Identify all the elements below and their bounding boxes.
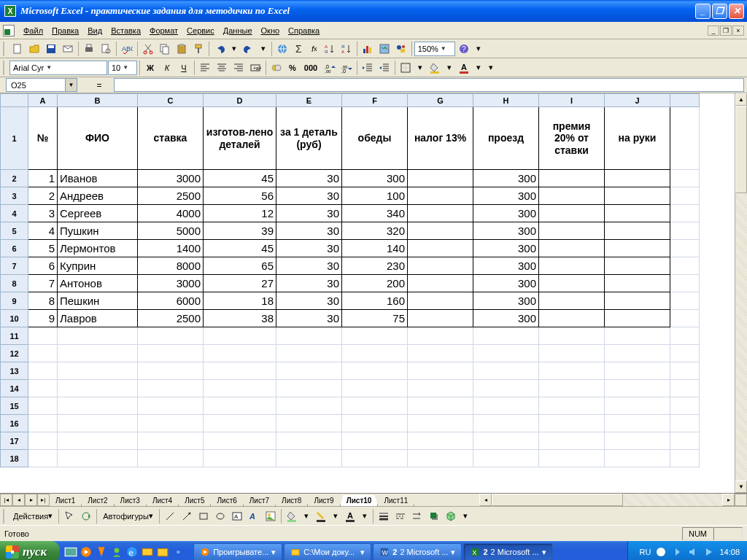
minimize-button[interactable]: _: [695, 4, 711, 19]
shadow-icon[interactable]: [426, 508, 442, 524]
underline-icon[interactable]: Ч: [176, 60, 192, 76]
cell[interactable]: [408, 432, 473, 450]
line-color-icon[interactable]: [313, 508, 329, 524]
mdi-minimize[interactable]: _: [708, 26, 719, 36]
cell[interactable]: [605, 327, 670, 345]
row-header-1[interactable]: 1: [1, 107, 28, 170]
cell[interactable]: [605, 275, 670, 292]
sheet-tab-Лист5[interactable]: Лист5: [178, 495, 211, 507]
copy-icon[interactable]: [157, 41, 173, 57]
cell[interactable]: [204, 362, 276, 380]
cell[interactable]: 2500: [138, 187, 204, 205]
cell[interactable]: 45: [204, 240, 276, 257]
toolbar-grip[interactable]: [3, 61, 7, 75]
cell[interactable]: 300: [473, 222, 539, 240]
font-color-draw-icon[interactable]: А: [342, 508, 358, 524]
cell[interactable]: [605, 187, 670, 205]
cell[interactable]: [408, 380, 473, 397]
row-header-7[interactable]: 7: [1, 257, 28, 275]
cell[interactable]: [408, 187, 473, 205]
cell[interactable]: [28, 397, 58, 415]
percent-icon[interactable]: %: [285, 60, 300, 76]
cell[interactable]: [28, 380, 58, 397]
taskbar-task[interactable]: X2 2 Microsoft ... ▾: [463, 543, 552, 560]
cell[interactable]: 300: [473, 292, 539, 310]
3d-icon[interactable]: [443, 508, 459, 524]
sheet-tab-Лист10[interactable]: Лист10: [340, 495, 379, 507]
redo-icon[interactable]: [241, 41, 257, 57]
sheet-tab-Лист6[interactable]: Лист6: [210, 495, 243, 507]
header-cell[interactable]: на руки: [605, 107, 670, 170]
cell[interactable]: [539, 327, 605, 345]
line-style-icon[interactable]: [376, 508, 392, 524]
cell[interactable]: 300: [473, 257, 539, 275]
cell[interactable]: [138, 432, 204, 450]
cell[interactable]: 30: [276, 275, 342, 292]
cell[interactable]: [58, 397, 138, 415]
col-header-I[interactable]: I: [539, 94, 605, 107]
preview-icon[interactable]: [98, 41, 114, 57]
cell[interactable]: 2: [28, 187, 58, 205]
select-objects-icon[interactable]: [61, 508, 77, 524]
cell[interactable]: [58, 450, 138, 467]
cell[interactable]: [342, 415, 408, 432]
horizontal-scrollbar[interactable]: ◂ ▸: [479, 494, 735, 506]
cell[interactable]: [58, 362, 138, 380]
header-cell[interactable]: ставка: [138, 107, 204, 170]
font-combo[interactable]: Arial Cyr▼: [9, 61, 107, 75]
cell[interactable]: [605, 205, 670, 222]
cell[interactable]: 300: [473, 170, 539, 187]
cell[interactable]: [605, 415, 670, 432]
sheet-tab-Лист7[interactable]: Лист7: [243, 495, 276, 507]
cell[interactable]: [539, 380, 605, 397]
undo-dropdown[interactable]: ▾: [228, 41, 240, 57]
cell[interactable]: 200: [342, 275, 408, 292]
undo-icon[interactable]: [212, 41, 228, 57]
cell[interactable]: 30: [276, 222, 342, 240]
tab-last-icon[interactable]: ▸|: [37, 494, 50, 506]
header-cell[interactable]: проезд: [473, 107, 539, 170]
autoshapes-menu[interactable]: Автофигуры ▾: [99, 508, 157, 524]
maximize-button[interactable]: ❐: [712, 4, 727, 19]
cell[interactable]: 9: [28, 310, 58, 327]
fill-color-icon[interactable]: [427, 60, 443, 76]
scroll-thumb[interactable]: [492, 494, 623, 506]
col-header-J[interactable]: J: [605, 94, 670, 107]
row-header-3[interactable]: 3: [1, 187, 28, 205]
chart-icon[interactable]: [360, 41, 376, 57]
cell[interactable]: Сергеев: [58, 205, 138, 222]
cell[interactable]: 3: [28, 205, 58, 222]
cell[interactable]: [28, 327, 58, 345]
cell[interactable]: 6: [28, 257, 58, 275]
email-icon[interactable]: [60, 41, 76, 57]
cell[interactable]: [408, 240, 473, 257]
cell[interactable]: [605, 380, 670, 397]
cell[interactable]: [539, 362, 605, 380]
cell[interactable]: [605, 170, 670, 187]
cell[interactable]: [204, 415, 276, 432]
header-cell[interactable]: обеды: [342, 107, 408, 170]
mdi-close[interactable]: ×: [732, 26, 744, 36]
help-icon[interactable]: ?: [456, 41, 472, 57]
cell[interactable]: [276, 397, 342, 415]
header-cell[interactable]: налог 13%: [408, 107, 473, 170]
map-icon[interactable]: [376, 41, 392, 57]
cell[interactable]: 140: [342, 240, 408, 257]
cell[interactable]: [408, 397, 473, 415]
cell[interactable]: [605, 292, 670, 310]
cell[interactable]: 300: [473, 205, 539, 222]
cell[interactable]: [28, 415, 58, 432]
formula-equals[interactable]: =: [85, 78, 114, 92]
cell[interactable]: 8: [28, 292, 58, 310]
ie-icon[interactable]: e: [125, 545, 139, 559]
drawing-icon[interactable]: [393, 41, 409, 57]
cell[interactable]: 4: [28, 222, 58, 240]
cell[interactable]: 2500: [138, 310, 204, 327]
cell[interactable]: [342, 432, 408, 450]
cell[interactable]: [473, 397, 539, 415]
cell[interactable]: 3000: [138, 275, 204, 292]
cell[interactable]: [473, 362, 539, 380]
cell[interactable]: [605, 432, 670, 450]
cell[interactable]: [58, 327, 138, 345]
scroll-left-icon[interactable]: ◂: [479, 494, 492, 506]
